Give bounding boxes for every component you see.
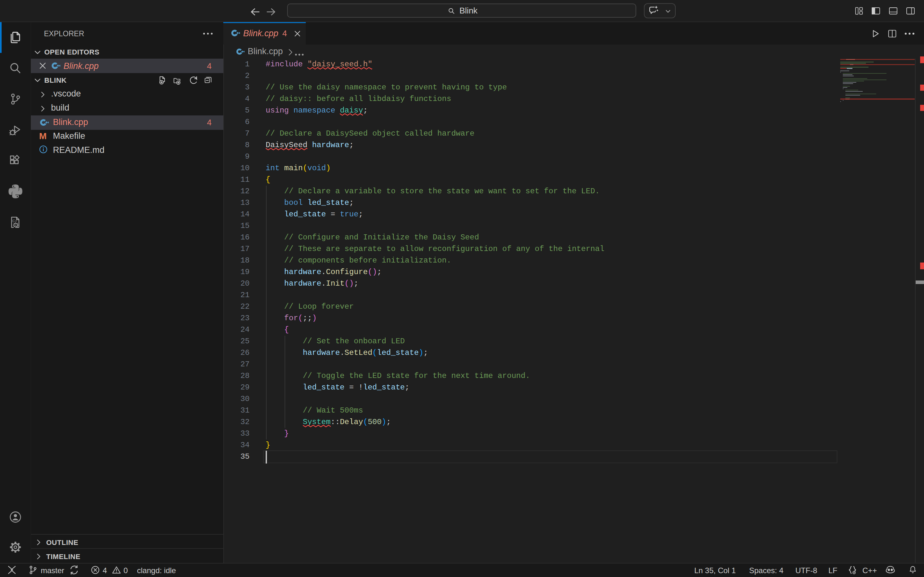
svg-text:C+: C+ [13,219,17,223]
